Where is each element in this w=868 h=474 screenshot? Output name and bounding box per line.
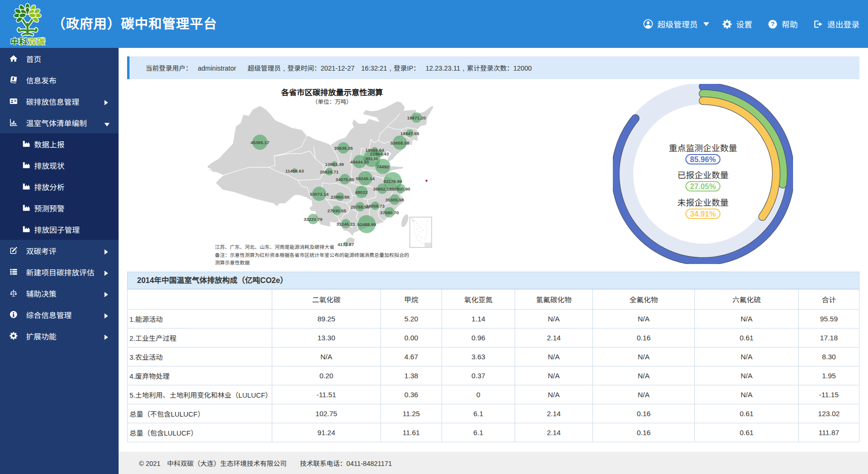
- sidebar-subitem-排放因子管理[interactable]: 排放因子管理: [0, 219, 119, 240]
- gauge-value-badge: 85.96%: [685, 154, 720, 164]
- sidebar-item-label: 扩展功能: [26, 330, 56, 342]
- table-row: 4.废弃物处理0.201.380.37N/AN/AN/A1.95: [128, 366, 859, 385]
- gauge-value-badge: 27.05%: [685, 181, 720, 191]
- sidebar-subitem-排放分析[interactable]: 排放分析: [0, 176, 119, 197]
- row-header-cell: 3.农业活动: [128, 347, 272, 366]
- value-cell: 17.18: [799, 328, 859, 347]
- gear-icon: [9, 332, 18, 340]
- page-footer: © 2021 中科双碳（大连）生态环境技术有限公司 技术联系电话：0411-84…: [119, 452, 868, 474]
- list-icon: [9, 268, 18, 276]
- caret-down-icon: [703, 22, 709, 26]
- caret-right-icon: [104, 312, 110, 317]
- value-cell: 89.25: [272, 310, 381, 328]
- map-bubble-label: 37980.70: [380, 210, 399, 215]
- value-cell: N/A: [695, 366, 799, 385]
- value-cell: 111.87: [799, 423, 859, 442]
- industry-icon: [22, 225, 30, 233]
- gauge-center-labels: 重点监测企业数量85.96%已报企业数量27.05%未报企业数量34.91%: [656, 144, 750, 219]
- value-cell: 91.24: [272, 423, 381, 442]
- map-bubble-label: 48022: [355, 190, 368, 195]
- sidebar-item-label: 排放现状: [34, 160, 65, 171]
- value-cell: 13.30: [272, 328, 381, 347]
- ghg-col-header: 氧化亚氮: [442, 290, 515, 310]
- login-user-value: administrator: [198, 64, 236, 72]
- row-header-cell: 2.工业生产过程: [128, 328, 272, 347]
- book-icon: [9, 76, 18, 84]
- footer-text: © 2021 中科双碳（大连）生态环境技术有限公司 技术联系电话：0411-84…: [139, 458, 392, 468]
- ghg-col-header: 合计: [799, 290, 859, 310]
- logo-tree: [13, 3, 41, 35]
- home-icon: [9, 55, 18, 63]
- sidebar-subitem-预测预警[interactable]: 预测预警: [0, 197, 119, 219]
- caret-right-icon: [104, 99, 110, 104]
- map-bubble-label: 35639.35: [334, 146, 353, 151]
- sidebar-item-首页[interactable]: 首页: [0, 48, 119, 69]
- table-row: 2.工业生产过程13.300.000.962.140.160.6117.18: [128, 328, 859, 347]
- map-bubble-label: 53658.58: [390, 140, 409, 146]
- table-row: 总量（包含LULUCF）91.2411.616.12.140.160.61111…: [128, 423, 859, 442]
- ghg-table-panel: 2014年中国温室气体排放构成（亿吨CO2e） 二氧化碳甲烷氧化亚氮氢氟碳化物全…: [127, 272, 859, 442]
- value-cell: 0.20: [272, 366, 381, 385]
- value-cell: -11.51: [272, 385, 381, 404]
- ghg-table: 二氧化碳甲烷氧化亚氮氢氟碳化物全氟化物六氟化硫合计 1.能源活动89.255.2…: [127, 289, 859, 442]
- svg-text:?: ?: [771, 20, 775, 27]
- value-cell: -11.15: [799, 385, 859, 404]
- ghg-col-header: 二氧化碳: [272, 290, 381, 310]
- sidebar-item-扩展功能[interactable]: 扩展功能: [0, 325, 119, 346]
- sidebar-item-信息发布[interactable]: 信息发布: [0, 69, 119, 91]
- sidebar-item-温室气体清单编制[interactable]: 温室气体清单编制: [0, 112, 119, 133]
- map-title: 各省市区碳排放量示意性测算: [281, 88, 383, 97]
- table-row: 3.农业活动N/A4.673.63N/AN/AN/A8.30: [128, 347, 859, 366]
- sidebar-subitem-数据上报[interactable]: 数据上报: [0, 133, 119, 155]
- sidebar-submenu: 数据上报排放现状排放分析预测预警排放因子管理: [0, 133, 119, 240]
- map-bubble-label: 31246.21: [336, 221, 355, 227]
- sidebar-item-碳排放信息管理[interactable]: 碳排放信息管理: [0, 91, 119, 112]
- map-note-1: 江苏、广东、河北、山东、河南是能源消耗及碳排大省: [215, 245, 334, 250]
- login-ip-value: 12.23.23.11: [425, 64, 460, 72]
- value-cell: N/A: [593, 385, 695, 404]
- value-cell: 0.61: [695, 328, 799, 347]
- value-cell: 0.36: [381, 385, 442, 404]
- map-bubble-label: 11458.63: [285, 168, 304, 173]
- value-cell: 4.67: [381, 347, 442, 366]
- map-bubble-label: 93176.99: [383, 179, 402, 184]
- app-header: 中科 双碳 （政府用）碳中和管理平台 超级管理员 设置 ? 帮助 退出登录: [0, 0, 868, 48]
- gauge-label: 重点监测企业数量: [656, 144, 750, 153]
- login-info-text: 当前登录用户：administrator超级管理员，登录时间：2021-12-2…: [146, 63, 532, 73]
- map-subtitle: （单位：万吨）: [312, 99, 352, 105]
- caret-right-icon: [104, 291, 110, 296]
- table-row: 5.土地利用、土地利用变化和林业（LULUCF）-11.510.360N/AN/…: [128, 385, 859, 404]
- value-cell: 0.00: [381, 328, 442, 347]
- value-cell: 0.61: [695, 404, 799, 423]
- user-menu[interactable]: 超级管理员: [643, 18, 709, 30]
- map-bubble-label: 10683.39: [325, 162, 344, 167]
- row-header-cell: 总量（不包含LULUCF）: [128, 404, 272, 423]
- login-time: ，登录时间：2021-12-27 16:32:21，登录IP：: [281, 64, 420, 72]
- sidebar-subitem-排放现状[interactable]: 排放现状: [0, 155, 119, 176]
- settings-button[interactable]: 设置: [722, 18, 752, 30]
- help-button[interactable]: ? 帮助: [768, 18, 798, 30]
- value-cell: 6.1: [442, 404, 515, 423]
- info-circle-icon: [9, 310, 18, 319]
- logout-button[interactable]: 退出登录: [813, 18, 859, 30]
- balance-scale-icon: [9, 289, 18, 297]
- value-cell: 2.14: [515, 423, 593, 442]
- value-cell: 0.16: [593, 328, 695, 347]
- sidebar-item-辅助决策[interactable]: 辅助决策: [0, 283, 119, 304]
- sidebar-item-综合信息管理[interactable]: 综合信息管理: [0, 304, 119, 325]
- sidebar-item-新建项目碳排放评估[interactable]: 新建项目碳排放评估: [0, 261, 119, 283]
- value-cell: N/A: [593, 310, 695, 328]
- sidebar-item-label: 首页: [26, 53, 41, 64]
- value-cell: N/A: [593, 347, 695, 366]
- login-user-label: 当前登录用户：: [146, 64, 192, 72]
- map-bubble-label: 23860.86: [331, 194, 350, 200]
- login-role-value: 超级管理员: [248, 64, 281, 72]
- value-cell: 3.63: [442, 347, 515, 366]
- sidebar-item-label: 综合信息管理: [26, 309, 72, 320]
- table-row: 1.能源活动89.255.201.14N/AN/AN/A95.59: [128, 310, 859, 328]
- value-cell: 0.16: [593, 404, 695, 423]
- sidebar-item-双碳考评[interactable]: 双碳考评: [0, 240, 119, 261]
- value-cell: 95.59: [799, 310, 859, 328]
- value-cell: 11.61: [381, 423, 442, 442]
- value-cell: 1.14: [442, 310, 515, 328]
